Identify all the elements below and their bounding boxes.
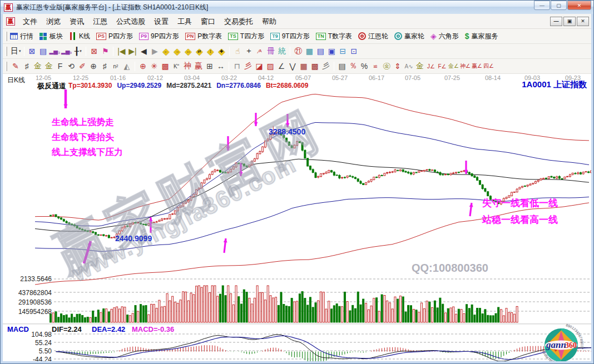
prev-bar-icon[interactable]: ◀ xyxy=(138,46,148,57)
percent-icon[interactable]: % xyxy=(359,61,369,72)
gold-lines-icon[interactable]: 金 xyxy=(415,61,425,72)
updown-brush-icon[interactable]: ⇕ xyxy=(393,61,403,72)
first-page-icon[interactable]: |◀ xyxy=(116,46,126,57)
winner-wheel-button[interactable]: 赢家轮 xyxy=(394,32,429,41)
period-day-menu[interactable]: 日▾ xyxy=(11,46,21,57)
kline-button[interactable]: K线 xyxy=(69,32,95,41)
zoom-out-x-icon[interactable]: ◆← xyxy=(161,46,171,57)
three-bars-icon[interactable]: ▂▅₃ xyxy=(50,46,60,57)
brush-tool-icon[interactable]: ✎ xyxy=(11,61,21,72)
expand-x-icon[interactable]: ◆↔ xyxy=(183,46,193,57)
menu-window[interactable]: 窗口 xyxy=(201,17,215,26)
cycle-circle-icon[interactable]: ⊕ xyxy=(88,61,98,72)
t-table-button[interactable]: TNT数字表 xyxy=(316,32,357,41)
magic-tool-icon[interactable]: 神 xyxy=(182,61,192,72)
dynamic-quote-icon[interactable]: ⊠ xyxy=(27,46,37,57)
j-angle-icon[interactable]: J∠ xyxy=(426,61,436,72)
mdi-minimize-button[interactable]: — xyxy=(550,17,562,26)
square-numbers-icon[interactable]: n² xyxy=(111,61,121,72)
fan-lines-icon[interactable]: 彡 xyxy=(243,61,253,72)
menu-settings[interactable]: 设置 xyxy=(154,17,169,26)
crosshair-icon[interactable]: ＋ xyxy=(244,46,254,57)
indicator-flag-icon[interactable]: ⚑ xyxy=(100,46,110,57)
winner-angle-icon[interactable]: 赢∠ xyxy=(472,61,482,72)
density-grid-icon[interactable]: ♯ xyxy=(100,61,110,72)
calculator-icon[interactable]: ▦ xyxy=(304,46,314,57)
next-bar-icon[interactable]: ▶ xyxy=(150,46,160,57)
close-button[interactable]: ✕ xyxy=(567,1,591,10)
quotes-button[interactable]: 行情 xyxy=(10,32,38,41)
parallel-percent-icon[interactable]: ≌ xyxy=(370,61,380,72)
maximize-button[interactable]: ▢ xyxy=(551,1,567,10)
menu-news[interactable]: 资讯 xyxy=(70,17,84,26)
gold-circle-icon[interactable]: ㊎ xyxy=(382,61,392,72)
zoom-in-x-icon[interactable]: ◆→ xyxy=(172,46,182,57)
f10-info-icon[interactable]: ▤ xyxy=(38,46,48,57)
pen-tool-icon[interactable]: ✐ xyxy=(77,61,87,72)
overlay-kline-icon[interactable]: ⊠ xyxy=(89,46,99,57)
mdi-close-button[interactable]: ✕ xyxy=(577,17,589,26)
fan-box-icon[interactable]: ◪ xyxy=(254,61,264,72)
candle-style-menu[interactable]: ╂▾ xyxy=(73,46,83,57)
gann-tool-purple-icon[interactable]: 冊 xyxy=(266,46,276,57)
fib-tool-icon[interactable]: F xyxy=(55,61,65,72)
f-angle-icon[interactable]: F∠ xyxy=(437,61,447,72)
gann-box-icon[interactable]: ▩ xyxy=(160,61,170,72)
menu-file[interactable]: 文件 xyxy=(23,17,37,26)
winner-tool-icon[interactable]: 赢 xyxy=(194,61,204,72)
9t-square-button[interactable]: T99T四方形 xyxy=(270,32,315,41)
gann-tool-teal-icon[interactable]: 統 xyxy=(277,46,287,57)
sectors-button[interactable]: 板块 xyxy=(39,32,68,41)
gold-angle-icon[interactable]: 金∠ xyxy=(448,61,459,72)
star-ray-icon[interactable]: ✳ xyxy=(149,61,159,72)
spiral-tool-icon[interactable]: ⟲ xyxy=(66,61,76,72)
compress-x-icon[interactable]: ◆⇄ xyxy=(194,46,204,57)
notes-icon[interactable]: ▤ xyxy=(315,46,325,57)
save-icon[interactable]: ▣ xyxy=(326,46,336,57)
gold-ratio-icon[interactable]: 金 xyxy=(33,61,43,72)
zigzag-icon[interactable]: ⋁ xyxy=(288,61,298,72)
9p-square-button[interactable]: P99P四方形 xyxy=(139,32,184,41)
calendar-icon[interactable]: ㉑ xyxy=(293,46,303,57)
p-table-button[interactable]: PNP数字表 xyxy=(185,32,227,41)
shade-box-icon[interactable]: ▨ xyxy=(265,61,275,72)
gold-section-icon[interactable]: 金 xyxy=(44,61,54,72)
t-square-button[interactable]: TST四方形 xyxy=(228,32,269,41)
chart-area[interactable]: 赢家财富网 www.yingjia360.com QQ:100800360 日K… xyxy=(3,74,591,361)
ruler-grid-icon[interactable]: ⊞ xyxy=(205,61,215,72)
trendline-tool-icon[interactable]: ∕ᴬ xyxy=(255,46,265,57)
gann-circle-icon[interactable]: ⊕ xyxy=(138,61,148,72)
stats-table-icon[interactable]: ▤ xyxy=(337,61,347,72)
grid-dense-icon[interactable]: ▩ xyxy=(310,61,320,72)
angle-flag-icon[interactable]: ◭ xyxy=(122,61,132,72)
p-square-button[interactable]: PSP四方形 xyxy=(96,32,138,41)
expand-y-icon[interactable]: ◆↕ xyxy=(205,46,215,57)
menu-formula-stockpick[interactable]: 公式选股 xyxy=(116,17,145,26)
k-wave-icon[interactable]: Kʺ xyxy=(171,61,181,72)
fit-all-icon[interactable]: ◆✚ xyxy=(216,46,226,57)
last-page-icon[interactable]: ▶| xyxy=(127,46,137,57)
hexagon-button[interactable]: ◈六角形 xyxy=(430,32,464,41)
angle-line-icon[interactable]: ∠ xyxy=(276,61,286,72)
menu-browse[interactable]: 浏览 xyxy=(46,17,61,26)
grid-red-icon[interactable]: ▦ xyxy=(299,61,309,72)
magic-angle-icon[interactable]: 神∠ xyxy=(460,61,471,72)
menu-gann[interactable]: 江恩 xyxy=(93,17,107,26)
minimize-button[interactable]: — xyxy=(534,1,550,10)
four-angle-icon[interactable]: 四∠ xyxy=(483,61,494,72)
menu-help[interactable]: 帮助 xyxy=(262,17,276,26)
hand-tool-icon[interactable]: ☝ xyxy=(232,46,242,57)
nine-bars-icon[interactable]: ▂▅₉ xyxy=(61,46,72,57)
measure-x-icon[interactable]: ↔ xyxy=(216,61,226,72)
menu-tools[interactable]: 工具 xyxy=(177,17,192,26)
mdi-restore-button[interactable]: ▣ xyxy=(563,17,576,26)
winner-service-button[interactable]: $赢家服务 xyxy=(465,32,503,41)
percent-red-icon[interactable]: ％ xyxy=(348,61,358,72)
frame-tool-icon[interactable]: ⊓ xyxy=(232,61,242,72)
menu-trade-order[interactable]: 交易委托 xyxy=(224,17,253,26)
print-icon[interactable]: ⊡ xyxy=(349,46,359,57)
copy-chart-icon[interactable]: ⊟ xyxy=(338,46,348,57)
gann-wheel-button[interactable]: 江恩轮 xyxy=(358,32,393,41)
speed-lines-icon[interactable]: 彡 xyxy=(321,61,331,72)
wave-a-icon[interactable]: A∿ xyxy=(404,61,414,72)
